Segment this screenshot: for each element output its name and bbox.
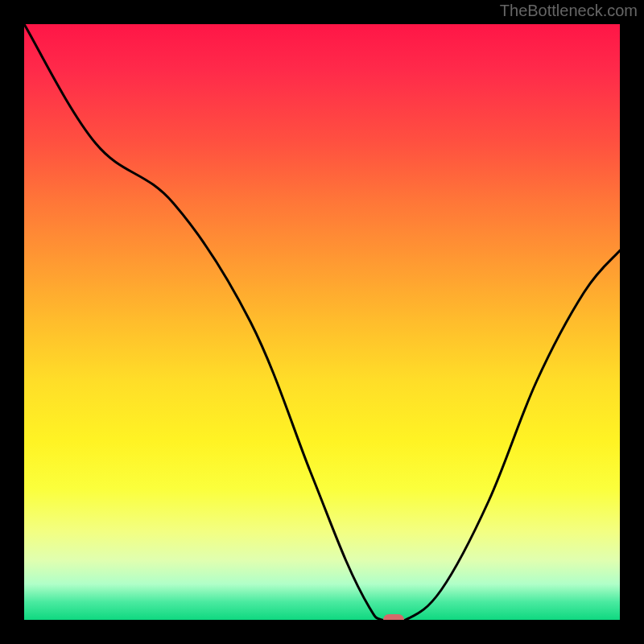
curve-svg xyxy=(24,24,620,620)
watermark-text: TheBottleneck.com xyxy=(500,2,638,20)
optimal-marker xyxy=(383,614,404,620)
bottleneck-curve xyxy=(24,24,620,620)
plot-area xyxy=(24,24,620,620)
